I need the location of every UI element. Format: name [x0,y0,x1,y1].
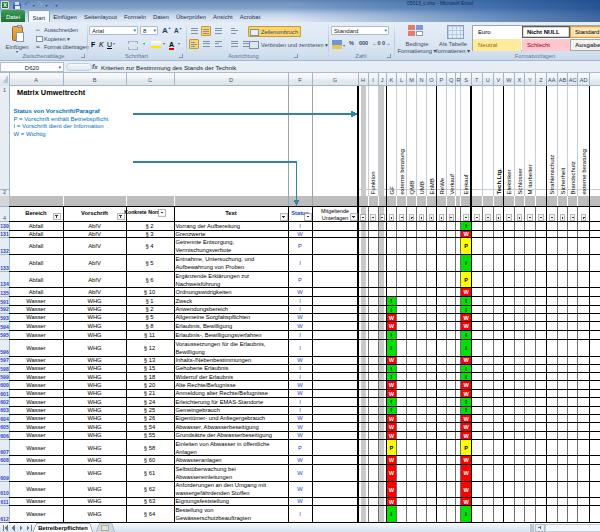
svg-text:599: 599 [0,374,9,380]
svg-text:P = Vorschrift enthält Betrieb: P = Vorschrift enthält Betriebspflicht [14,116,109,122]
svg-text:610: 610 [0,490,9,496]
svg-text:WHG: WHG [87,332,102,338]
svg-text:WHG: WHG [87,382,102,388]
svg-text:134: 134 [0,281,9,287]
svg-text:Eignungsfeststellung: Eignungsfeststellung [176,498,230,504]
svg-text:§ 11: § 11 [144,332,155,338]
svg-text:Wasser: Wasser [26,399,46,405]
svg-text:Abfall: Abfall [29,223,44,229]
svg-text:W: W [463,357,469,363]
svg-text:Anwendungsbereich: Anwendungsbereich [176,306,229,312]
svg-text:Zweck: Zweck [176,298,193,304]
svg-text:606: 606 [0,433,9,439]
svg-text:P: P [390,445,394,451]
svg-text:Aufbewahrung von Proben: Aufbewahrung von Proben [176,264,245,270]
svg-text:Vorschrift: Vorschrift [81,210,108,216]
svg-text:Wasser: Wasser [26,314,46,320]
svg-text:Anlagen: Anlagen [176,449,197,455]
svg-text:Vermischungsverbote: Vermischungsverbote [176,247,232,253]
svg-text:Abwasseranlagen: Abwasseranlagen [176,457,222,463]
svg-text:G: G [333,77,337,83]
svg-text:W: W [463,424,469,430]
svg-text:W: W [389,499,395,505]
svg-text:GF: GF [389,186,395,195]
svg-text:W: W [463,457,469,463]
svg-text:§ 61: § 61 [144,470,155,476]
svg-text:WHG: WHG [87,365,102,371]
svg-text:Funktion: Funktion [370,171,376,194]
svg-text:Verkauf: Verkauf [449,174,455,195]
svg-text:Grenzwerte: Grenzwerte [176,231,206,237]
svg-text:Ordnungswidrigkeiten: Ordnungswidrigkeiten [176,289,232,295]
svg-text:Unterlagen: Unterlagen [322,215,348,221]
svg-text:Gehobene Erlaubnis: Gehobene Erlaubnis [176,365,229,371]
svg-text:Gemeingebrauch: Gemeingebrauch [176,407,220,413]
svg-text:Gewässerschutzbeauftragten: Gewässerschutzbeauftragten [176,515,251,521]
svg-text:Wasser: Wasser [26,306,46,312]
svg-text:600: 600 [0,382,9,388]
svg-text:612: 612 [0,516,9,522]
svg-text:WHG: WHG [87,415,102,421]
svg-text:WHG: WHG [87,407,102,413]
svg-text:Bewilligung: Bewilligung [176,349,205,355]
svg-text:L: L [400,77,403,83]
svg-text:Wasser: Wasser [26,298,46,304]
svg-text:602: 602 [0,399,9,405]
svg-text:AbfV: AbfV [88,289,101,295]
svg-text:604: 604 [0,416,9,422]
svg-text:M itarbeiter: M itarbeiter [527,164,533,194]
svg-text:S: S [464,77,468,83]
svg-text:Z: Z [539,77,543,83]
svg-text:Nachweisführung: Nachweisführung [176,281,221,287]
svg-text:598: 598 [0,366,9,372]
svg-text:W: W [389,457,395,463]
svg-text:Elektriker: Elektriker [506,169,512,194]
svg-text:W: W [297,457,303,463]
svg-text:D: D [229,77,233,83]
svg-text:§ 12: § 12 [144,345,155,351]
svg-text:596: 596 [0,349,9,355]
svg-text:§ 1: § 1 [145,298,153,304]
svg-text:Widerruf der Erlaubnis: Widerruf der Erlaubnis [176,374,234,380]
svg-text:W: W [389,357,395,363]
svg-text:Entnahme, Untersuchung, und: Entnahme, Untersuchung, und [176,256,255,262]
svg-text:W: W [463,391,469,397]
svg-text:WHG: WHG [87,390,102,396]
svg-text:Strahlenschutz: Strahlenschutz [549,155,555,195]
svg-text:§ 2: § 2 [145,223,153,229]
svg-text:Brandschutz: Brandschutz [570,161,576,194]
svg-text:§ 5: § 5 [145,314,153,320]
svg-text:§ 25: § 25 [144,407,155,413]
svg-text:T: T [475,77,479,83]
svg-text:Vorrang der Aufbereitung: Vorrang der Aufbereitung [176,223,240,229]
svg-text:Anmeldung alter Rechte/Befugni: Anmeldung alter Rechte/Befugnisse [176,390,268,396]
svg-text:593: 593 [0,315,9,321]
svg-text:WHG: WHG [87,357,102,363]
svg-text:4: 4 [3,215,6,221]
svg-text:Status von Vorschrift/Paragraf: Status von Vorschrift/Paragraf [14,108,101,114]
svg-text:§ 64: § 64 [144,511,156,517]
svg-text:§ 60: § 60 [144,457,155,463]
svg-text:AD: AD [580,77,588,83]
svg-text:W: W [389,315,395,321]
svg-text:Schlosser: Schlosser [517,168,523,194]
svg-text:592: 592 [0,306,9,312]
svg-text:Abfall: Abfall [29,243,44,249]
svg-text:AbfV: AbfV [88,277,101,283]
svg-text:A: A [34,77,38,83]
svg-text:AbfV: AbfV [88,243,101,249]
svg-text:C: C [148,77,152,83]
svg-text:Selbstüberwachung bei: Selbstüberwachung bei [176,466,236,472]
svg-text:609: 609 [0,475,9,481]
svg-text:W: W [297,382,303,388]
svg-text:WHG: WHG [87,298,102,304]
svg-text:X: X [518,77,522,83]
svg-text:WHG: WHG [87,374,102,380]
svg-text:Wasser: Wasser [26,511,46,517]
svg-text:WHG: WHG [87,323,102,329]
svg-text:Alte Rechte/Befugnisse: Alte Rechte/Befugnisse [176,382,236,388]
svg-text:597: 597 [0,357,9,363]
svg-text:135: 135 [0,290,9,296]
svg-text:Grundsätze der Abwasserbeseiti: Grundsätze der Abwasserbeseitigung [176,432,272,438]
svg-text:W: W [297,432,303,438]
